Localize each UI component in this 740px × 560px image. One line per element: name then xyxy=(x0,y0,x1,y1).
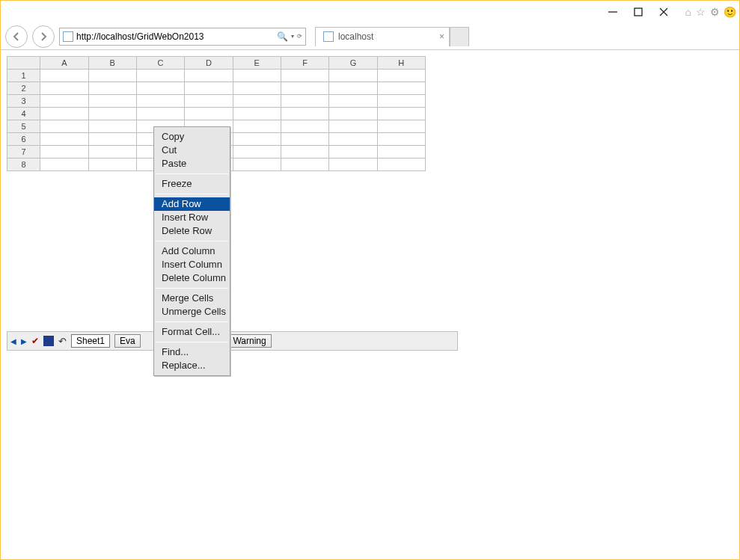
context-menu-item[interactable]: Unmerge Cells xyxy=(154,305,230,319)
cell[interactable] xyxy=(377,82,425,95)
cell[interactable] xyxy=(377,133,425,146)
cell[interactable] xyxy=(329,146,377,159)
cell[interactable] xyxy=(233,108,281,120)
col-header[interactable]: D xyxy=(185,57,233,70)
prev-sheet-icon[interactable]: ◀ xyxy=(10,337,16,345)
cell[interactable] xyxy=(88,70,136,82)
col-header[interactable]: F xyxy=(281,57,328,70)
context-menu-item[interactable]: Copy xyxy=(154,130,230,144)
close-button[interactable] xyxy=(658,7,669,17)
row-header[interactable]: 5 xyxy=(7,120,40,133)
commit-icon[interactable]: ✔ xyxy=(31,336,39,346)
cell[interactable] xyxy=(88,82,136,95)
cell[interactable] xyxy=(329,108,377,120)
row-header[interactable]: 8 xyxy=(7,159,40,171)
col-header[interactable]: H xyxy=(377,57,425,70)
tab-localhost[interactable]: localhost × xyxy=(315,27,450,46)
cell[interactable] xyxy=(136,108,184,120)
cell[interactable] xyxy=(233,146,281,159)
cell[interactable] xyxy=(377,146,425,159)
cell[interactable] xyxy=(233,95,281,108)
undo-icon[interactable]: ↶ xyxy=(58,336,67,347)
context-menu-item[interactable]: Cut xyxy=(154,144,230,157)
col-header[interactable]: G xyxy=(329,57,377,70)
cell[interactable] xyxy=(40,159,88,171)
cell[interactable] xyxy=(136,70,184,82)
next-sheet-icon[interactable]: ▶ xyxy=(21,337,27,345)
context-menu-item[interactable]: Insert Column xyxy=(154,258,230,271)
active-sheet-name[interactable]: Sheet1 xyxy=(71,334,110,348)
settings-icon[interactable]: ⚙ xyxy=(710,6,720,18)
col-header[interactable]: B xyxy=(88,57,136,70)
cell[interactable] xyxy=(40,108,88,120)
context-menu-item[interactable]: Delete Column xyxy=(154,271,230,285)
cell[interactable] xyxy=(377,108,425,120)
cell[interactable] xyxy=(88,133,136,146)
cell[interactable] xyxy=(281,159,328,171)
save-icon[interactable] xyxy=(43,336,54,346)
refresh-icon[interactable]: ⟳ xyxy=(297,33,302,40)
cell[interactable] xyxy=(40,120,88,133)
cell[interactable] xyxy=(329,159,377,171)
cell[interactable] xyxy=(40,70,88,82)
row-header[interactable]: 4 xyxy=(7,108,40,120)
cell[interactable] xyxy=(88,159,136,171)
tab-close-icon[interactable]: × xyxy=(439,31,444,42)
cell[interactable] xyxy=(281,133,328,146)
context-menu-item[interactable]: Add Column xyxy=(154,244,230,258)
cell[interactable] xyxy=(40,95,88,108)
cell[interactable] xyxy=(329,95,377,108)
search-icon[interactable]: 🔍 xyxy=(277,31,288,42)
row-header[interactable]: 3 xyxy=(7,95,40,108)
cell[interactable] xyxy=(185,70,233,82)
new-tab-button[interactable] xyxy=(450,27,469,46)
cell[interactable] xyxy=(233,133,281,146)
cell[interactable] xyxy=(233,82,281,95)
cell[interactable] xyxy=(329,70,377,82)
cell[interactable] xyxy=(281,108,328,120)
cell[interactable] xyxy=(329,82,377,95)
context-menu-item[interactable]: Add Row xyxy=(154,197,230,211)
cell[interactable] xyxy=(281,95,328,108)
cell[interactable] xyxy=(329,133,377,146)
cell[interactable] xyxy=(185,108,233,120)
cell[interactable] xyxy=(88,108,136,120)
cell[interactable] xyxy=(88,95,136,108)
cell[interactable] xyxy=(136,95,184,108)
toolbar-button-left-edge[interactable]: Eva xyxy=(114,334,141,348)
cell[interactable] xyxy=(281,120,328,133)
context-menu-item[interactable]: Paste xyxy=(154,157,230,170)
cell[interactable] xyxy=(377,95,425,108)
cell[interactable] xyxy=(185,95,233,108)
address-dropdown-icon[interactable]: ▾ xyxy=(291,33,294,40)
cell[interactable] xyxy=(233,120,281,133)
cell[interactable] xyxy=(377,70,425,82)
cell[interactable] xyxy=(185,82,233,95)
row-header[interactable]: 6 xyxy=(7,133,40,146)
forward-button[interactable] xyxy=(32,25,55,48)
context-menu-item[interactable]: Find... xyxy=(154,345,230,359)
row-header[interactable]: 7 xyxy=(7,146,40,159)
col-header[interactable]: E xyxy=(233,57,281,70)
cell[interactable] xyxy=(281,70,328,82)
cell[interactable] xyxy=(377,159,425,171)
cell[interactable] xyxy=(281,82,328,95)
context-menu-item[interactable]: Replace... xyxy=(154,359,230,372)
context-menu-item[interactable]: Merge Cells xyxy=(154,292,230,305)
home-icon[interactable]: ⌂ xyxy=(685,6,691,18)
cell[interactable] xyxy=(40,82,88,95)
cell[interactable] xyxy=(233,159,281,171)
context-menu-item[interactable]: Format Cell... xyxy=(154,325,230,339)
select-all-corner[interactable] xyxy=(7,57,40,70)
cell[interactable] xyxy=(88,120,136,133)
cell[interactable] xyxy=(233,70,281,82)
context-menu-item[interactable]: Freeze xyxy=(154,177,230,191)
back-button[interactable] xyxy=(5,25,28,48)
favorite-icon[interactable]: ☆ xyxy=(696,6,706,18)
col-header[interactable]: C xyxy=(136,57,184,70)
row-header[interactable]: 1 xyxy=(7,70,40,82)
cell[interactable] xyxy=(40,133,88,146)
address-bar[interactable]: http://localhost/GridWebOn2013 🔍 ▾ ⟳ xyxy=(59,28,306,46)
cell[interactable] xyxy=(40,146,88,159)
feedback-icon[interactable]: 🙂 xyxy=(724,7,735,17)
